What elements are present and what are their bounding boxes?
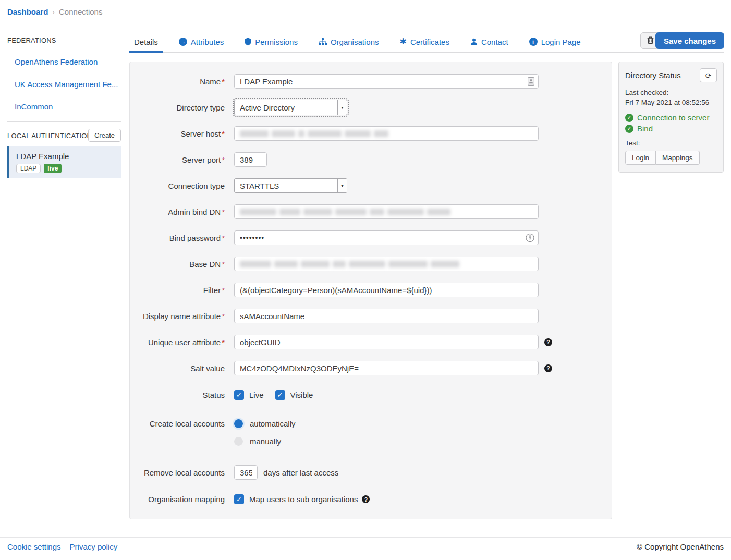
tab-details[interactable]: Details: [129, 31, 163, 52]
required-marker: *: [222, 260, 225, 269]
visible-checkbox[interactable]: ✓: [275, 390, 285, 400]
connection-name: LDAP Example: [16, 152, 121, 161]
status-label: Status: [130, 391, 225, 399]
sidebar-item-uk-access-management[interactable]: UK Access Management Fe...: [15, 80, 118, 89]
chevron-right-icon: ›: [52, 8, 55, 16]
display-name-attribute-label: Display name attribute: [143, 312, 221, 321]
required-marker: *: [222, 234, 225, 242]
footer: Cookie settings Privacy policy © Copyrig…: [0, 537, 731, 551]
local-authentication-heading: LOCAL AUTHENTICATION: [7, 132, 92, 140]
salt-value-input[interactable]: [234, 361, 539, 375]
autofill-contact-icon[interactable]: [528, 77, 534, 86]
admin-bind-dn-label: Admin bind DN: [168, 208, 221, 216]
server-port-input[interactable]: [234, 152, 267, 167]
salt-value-label: Salt value: [130, 364, 225, 373]
help-icon[interactable]: ?: [544, 364, 552, 372]
last-checked-label: Last checked:: [625, 88, 717, 98]
filter-input[interactable]: [234, 283, 539, 297]
refresh-status-button[interactable]: ⟳: [700, 68, 717, 82]
copyright-text: © Copyright OpenAthens: [637, 542, 724, 551]
required-marker: *: [222, 312, 225, 321]
tab-attributes[interactable]: → Attributes: [174, 31, 228, 52]
remove-local-accounts-suffix: days after last access: [263, 468, 338, 477]
dropdown-arrow-icon: ▼: [337, 100, 347, 115]
refresh-icon: ⟳: [705, 71, 712, 80]
page: Dashboard › Connections FEDERATIONS Open…: [0, 0, 731, 560]
save-changes-button[interactable]: Save changes: [655, 32, 724, 49]
sidebar-item-openathens-federation[interactable]: OpenAthens Federation: [15, 57, 98, 66]
breadcrumb: Dashboard › Connections: [7, 7, 102, 16]
tab-permissions[interactable]: Permissions: [240, 31, 302, 52]
directory-type-select[interactable]: Active Directory ▼: [234, 100, 347, 115]
bind-check: ✓ Bind: [625, 123, 717, 134]
remove-local-accounts-label: Remove local accounts: [130, 468, 225, 477]
base-dn-label: Base DN: [189, 260, 221, 269]
automatically-radio-label: automatically: [250, 419, 296, 428]
connection-check: ✓ Connection to server: [625, 112, 717, 123]
connection-live-badge: live: [44, 164, 62, 173]
privacy-policy-link[interactable]: Privacy policy: [70, 542, 118, 551]
connection-type-select[interactable]: STARTTLS ▼: [234, 178, 347, 193]
dropdown-arrow-icon: ▼: [337, 179, 347, 192]
live-checkbox-label: Live: [249, 391, 264, 399]
person-icon: [470, 38, 478, 45]
tab-bar: Details → Attributes Permissions Organis…: [129, 31, 724, 53]
map-users-checkbox[interactable]: ✓: [234, 494, 244, 504]
base-dn-input[interactable]: [234, 257, 539, 271]
test-label: Test:: [625, 139, 717, 147]
name-label: Name: [200, 77, 221, 86]
breadcrumb-current: Connections: [59, 7, 102, 16]
directory-status-panel: Directory Status ⟳ Last checked: Fri 7 M…: [618, 62, 724, 173]
certificate-seal-icon: ✱: [399, 38, 406, 46]
sitemap-icon: [319, 38, 327, 45]
sidebar-divider: [7, 121, 121, 122]
unique-user-attribute-input[interactable]: [234, 335, 539, 349]
server-host-label: Server host: [180, 129, 221, 138]
test-login-button[interactable]: Login: [625, 151, 656, 165]
remove-local-accounts-days-input[interactable]: [234, 465, 258, 480]
tab-login-page[interactable]: i Login Page: [525, 31, 586, 52]
last-checked-value: Fri 7 May 2021 at 08:52:56: [625, 98, 717, 107]
trash-icon: [647, 36, 654, 46]
directory-type-label: Directory type: [130, 103, 225, 112]
connection-type-label: Connection type: [130, 181, 225, 190]
manually-radio[interactable]: [234, 437, 243, 446]
directory-status-title: Directory Status: [625, 71, 681, 80]
help-icon[interactable]: ?: [544, 338, 552, 346]
required-marker: *: [222, 208, 225, 216]
filter-label: Filter: [203, 286, 221, 295]
info-circle-icon: i: [529, 38, 538, 46]
redacted-value: [240, 130, 388, 137]
create-connection-button[interactable]: Create: [88, 129, 121, 142]
automatically-radio[interactable]: [234, 419, 243, 428]
visible-checkbox-label: Visible: [290, 391, 313, 399]
shield-icon: [245, 38, 251, 46]
bind-password-input[interactable]: ••••••••: [234, 230, 539, 245]
connection-type-badge: LDAP: [16, 164, 41, 173]
sidebar-item-incommon[interactable]: InCommon: [15, 102, 53, 111]
tab-certificates[interactable]: ✱ Certificates: [395, 31, 454, 52]
required-marker: *: [222, 129, 225, 138]
breadcrumb-dashboard-link[interactable]: Dashboard: [7, 7, 48, 16]
help-icon[interactable]: ?: [362, 495, 370, 503]
test-mappings-button[interactable]: Mappings: [656, 151, 700, 165]
display-name-attribute-input[interactable]: [234, 309, 539, 323]
tab-organisations[interactable]: Organisations: [314, 31, 384, 52]
create-local-accounts-label: Create local accounts: [130, 419, 225, 428]
server-host-input[interactable]: [234, 126, 539, 141]
required-marker: *: [222, 286, 225, 295]
admin-bind-dn-input[interactable]: [234, 204, 539, 219]
live-checkbox[interactable]: ✓: [234, 390, 244, 400]
sidebar-item-ldap-example[interactable]: LDAP Example LDAP live: [7, 146, 121, 178]
cookie-settings-link[interactable]: Cookie settings: [7, 542, 61, 551]
unique-user-attribute-label: Unique user attribute: [148, 338, 221, 347]
check-circle-icon: ✓: [625, 125, 633, 133]
bind-password-label: Bind password: [169, 234, 221, 242]
arrow-circle-right-icon: →: [179, 38, 187, 46]
name-input[interactable]: [234, 74, 539, 89]
password-key-icon[interactable]: [526, 234, 534, 242]
tab-contact[interactable]: Contact: [466, 31, 513, 52]
redacted-value: [240, 209, 450, 215]
required-marker: *: [222, 155, 225, 164]
required-marker: *: [222, 338, 225, 347]
